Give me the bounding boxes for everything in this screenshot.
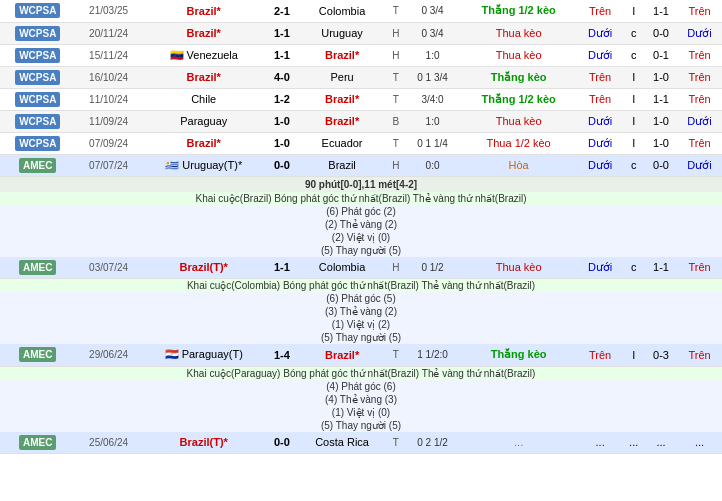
handicap-type: I [623, 66, 645, 88]
handicap-result: Trên [677, 132, 722, 154]
match-date: 15/11/24 [75, 44, 141, 66]
venue: H [386, 22, 405, 44]
match-date: 25/06/24 [75, 432, 141, 454]
handicap-type: ... [623, 432, 645, 454]
match-score: 0-0 [266, 432, 298, 454]
detail-line-row: Khai cuộc(Colombia) Bóng phát góc thứ nh… [0, 279, 722, 293]
detail-line-row: Khai cuộc(Paraguay) Bóng phát góc thứ nh… [0, 366, 722, 380]
handicap-result: Dưới [677, 22, 722, 44]
detail-line-row: (4) Phát góc (6) [0, 380, 722, 393]
odds: 0 2 1/2 [406, 432, 460, 454]
handicap-result: Trên [677, 344, 722, 366]
table-row: WCPSA 07/09/24 Brazil* 1-0 Ecuador T 0 1… [0, 132, 722, 154]
detail-line: (4) Phát góc (6) [0, 380, 722, 393]
match-score: 0-0 [266, 154, 298, 176]
venue: H [386, 257, 405, 279]
match-history-table: WCPSA 21/03/25 Brazil* 2-1 Colombia T 0 … [0, 0, 722, 454]
away-team: Peru [298, 66, 386, 88]
venue: T [386, 66, 405, 88]
table-row: WCPSA 21/03/25 Brazil* 2-1 Colombia T 0 … [0, 0, 722, 22]
home-team: 🇺🇾 Uruguay(T)* [142, 154, 266, 176]
handicap-result: Trên [677, 44, 722, 66]
result: Thua kèo [460, 110, 578, 132]
over-under: Trên [578, 66, 623, 88]
result: Thắng 1/2 kèo [460, 0, 578, 22]
handicap-result: Trên [677, 0, 722, 22]
league-badge: AMEC [0, 344, 75, 366]
handicap-result: Dưới [677, 110, 722, 132]
over-under: Trên [578, 344, 623, 366]
detail-line-row: Khai cuộc(Brazil) Bóng phát góc thứ nhất… [0, 192, 722, 205]
league-badge: WCPSA [0, 0, 75, 22]
match-score: 1-1 [266, 257, 298, 279]
detail-line: Khai cuộc(Brazil) Bóng phát góc thứ nhất… [0, 192, 722, 205]
result: Thắng kèo [460, 66, 578, 88]
venue: T [386, 88, 405, 110]
away-team: Brazil* [298, 344, 386, 366]
handicap-result: Trên [677, 66, 722, 88]
match-date: 20/11/24 [75, 22, 141, 44]
match-score: 1-2 [266, 88, 298, 110]
venue: T [386, 0, 405, 22]
detail-line-row: (2) Việt vị (0) [0, 231, 722, 244]
league-badge: WCPSA [0, 88, 75, 110]
handicap-type: I [623, 88, 645, 110]
handicap-score: 1-1 [645, 257, 677, 279]
league-badge: WCPSA [0, 110, 75, 132]
league-badge: AMEC [0, 432, 75, 454]
detail-line: (6) Phát góc (2) [0, 205, 722, 218]
over-under: Dưới [578, 257, 623, 279]
home-team: Paraguay [142, 110, 266, 132]
handicap-result: ... [677, 432, 722, 454]
away-team: Costa Rica [298, 432, 386, 454]
handicap-score: 0-3 [645, 344, 677, 366]
detail-line: (3) Thẻ vàng (2) [0, 305, 722, 318]
match-date: 07/07/24 [75, 154, 141, 176]
detail-line: Khai cuộc(Colombia) Bóng phát góc thứ nh… [0, 279, 722, 293]
home-team: 🇻🇪 Venezuela [142, 44, 266, 66]
detail-line: (6) Phát góc (5) [0, 292, 722, 305]
league-badge: AMEC [0, 257, 75, 279]
over-under: Dưới [578, 132, 623, 154]
detail-line-row: (5) Thay người (5) [0, 244, 722, 257]
league-badge: WCPSA [0, 66, 75, 88]
odds: 0 1/2 [406, 257, 460, 279]
table-row: AMEC 03/07/24 Brazil(T)* 1-1 Colombia H … [0, 257, 722, 279]
table-row: AMEC 07/07/24 🇺🇾 Uruguay(T)* 0-0 Brazil … [0, 154, 722, 176]
handicap-type: I [623, 132, 645, 154]
match-score: 1-1 [266, 44, 298, 66]
handicap-score: ... [645, 432, 677, 454]
detail-line: (5) Thay người (5) [0, 244, 722, 257]
result: Thua kèo [460, 22, 578, 44]
handicap-type: c [623, 257, 645, 279]
away-team: Ecuador [298, 132, 386, 154]
detail-line-row: (5) Thay người (5) [0, 331, 722, 344]
over-under: Trên [578, 88, 623, 110]
venue: H [386, 154, 405, 176]
table-row: WCPSA 15/11/24 🇻🇪 Venezuela 1-1 Brazil* … [0, 44, 722, 66]
away-team: Uruguay [298, 22, 386, 44]
detail-line-row: (5) Thay người (5) [0, 419, 722, 432]
league-badge: AMEC [0, 154, 75, 176]
detail-line-row: (1) Việt vị (0) [0, 406, 722, 419]
away-team: Brazil* [298, 88, 386, 110]
away-team: Brazil* [298, 44, 386, 66]
detail-line: (1) Việt vị (2) [0, 318, 722, 331]
handicap-score: 1-0 [645, 66, 677, 88]
result: Hòa [460, 154, 578, 176]
over-under: ... [578, 432, 623, 454]
result: Thua kèo [460, 257, 578, 279]
match-score: 1-1 [266, 22, 298, 44]
detail-line-row: (1) Việt vị (2) [0, 318, 722, 331]
match-date: 07/09/24 [75, 132, 141, 154]
result: Thắng 1/2 kèo [460, 88, 578, 110]
table-row: WCPSA 16/10/24 Brazil* 4-0 Peru T 0 1 3/… [0, 66, 722, 88]
handicap-type: c [623, 22, 645, 44]
result: Thua kèo [460, 44, 578, 66]
handicap-score: 1-1 [645, 88, 677, 110]
home-team: Brazil(T)* [142, 257, 266, 279]
odds: 1:0 [406, 44, 460, 66]
handicap-type: I [623, 0, 645, 22]
odds: 1 1/2:0 [406, 344, 460, 366]
away-team: Colombia [298, 0, 386, 22]
